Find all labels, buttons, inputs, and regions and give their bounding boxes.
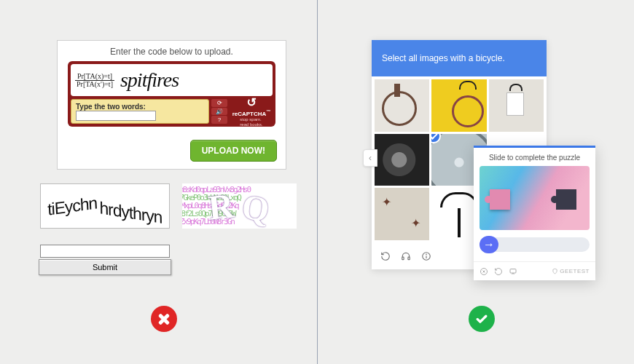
- grid-cell-1[interactable]: [375, 79, 429, 132]
- card-title: Enter the code below to upload.: [58, 41, 286, 61]
- submit-button[interactable]: Submit: [39, 259, 171, 275]
- grid-cell-2[interactable]: [431, 79, 486, 132]
- chevron-left-icon: ‹: [369, 153, 372, 163]
- slider-track[interactable]: →: [480, 237, 590, 252]
- bad-x-icon: [151, 306, 177, 332]
- audio-icon: 🔊: [216, 108, 223, 115]
- svg-rect-1: [408, 257, 410, 260]
- info-icon[interactable]: [421, 251, 431, 261]
- help-icon: ?: [218, 116, 221, 123]
- refresh-icon[interactable]: [494, 267, 503, 276]
- feedback-icon[interactable]: [509, 267, 517, 276]
- shield-icon: [552, 268, 558, 274]
- arrow-right-icon: →: [483, 238, 495, 251]
- slider-captcha: Slide to complete the puzzle → GEETEST: [474, 146, 595, 280]
- recaptcha-input[interactable]: [76, 111, 156, 121]
- svg-rect-0: [402, 257, 404, 260]
- good-check-icon: [469, 306, 495, 332]
- recaptcha-challenge-image: Pr[TA(x)=t] Pr[TA(x')=t] spitfires: [71, 64, 273, 96]
- upload-button[interactable]: UPLOAD NOW!: [190, 140, 277, 162]
- recaptcha-refresh-button[interactable]: ⟳: [211, 99, 227, 107]
- slider-title: Slide to complete the puzzle: [474, 148, 595, 166]
- recaptcha-help-button[interactable]: ?: [211, 116, 227, 124]
- recaptcha-widget: Pr[TA(x)=t] Pr[TA(x')=t] spitfires Type …: [68, 61, 275, 127]
- captcha-text-a: tiEychn: [47, 193, 98, 220]
- puzzle-piece[interactable]: [490, 189, 510, 210]
- slider-thumb[interactable]: →: [480, 236, 498, 253]
- brand-label: GEETEST: [552, 268, 590, 274]
- headphones-icon[interactable]: [401, 251, 411, 261]
- recaptcha-input-label: Type the two words:: [76, 103, 204, 111]
- distorted-captcha-1: tiEychn hrdythryn: [40, 183, 170, 229]
- captcha-word-text: spitfires: [120, 68, 179, 92]
- upload-card: Enter the code below to upload. Pr[TA(x)…: [57, 40, 286, 170]
- recaptcha-logo: ↻ reCAPTCHA™ stop spam.read books.: [230, 99, 273, 124]
- refresh-icon: ⟳: [217, 100, 222, 106]
- grid-cell-7[interactable]: [375, 188, 429, 240]
- captcha-text-b: hrdythryn: [99, 197, 162, 227]
- checkmark-icon: [431, 134, 441, 143]
- recaptcha-audio-button[interactable]: 🔊: [211, 108, 227, 116]
- puzzle-hole: [556, 189, 576, 210]
- recaptcha-arrow-icon: ↻: [247, 95, 257, 109]
- grid-cell-4[interactable]: [375, 134, 429, 186]
- slider-puzzle-image: [480, 166, 590, 230]
- captcha-math-text: Pr[TA(x)=t] Pr[TA(x')=t]: [75, 73, 114, 88]
- left-pane: Enter the code below to upload. Pr[TA(x)…: [0, 0, 317, 364]
- refresh-icon[interactable]: [380, 251, 391, 261]
- close-icon[interactable]: [480, 267, 488, 276]
- image-captcha-title: Select all images with a bicycle.: [372, 40, 547, 76]
- recaptcha-input-wrap: Type the two words:: [71, 99, 209, 124]
- grid-cell-3[interactable]: [489, 79, 544, 132]
- noisy-captcha: h8sKd0qpLa93nVx8g2Hs0 b7GkeP0o3WqNz81Lxq…: [182, 183, 297, 229]
- svg-point-4: [426, 254, 427, 255]
- prev-arrow-button[interactable]: ‹: [363, 149, 377, 167]
- captcha-answer-input[interactable]: [40, 245, 170, 258]
